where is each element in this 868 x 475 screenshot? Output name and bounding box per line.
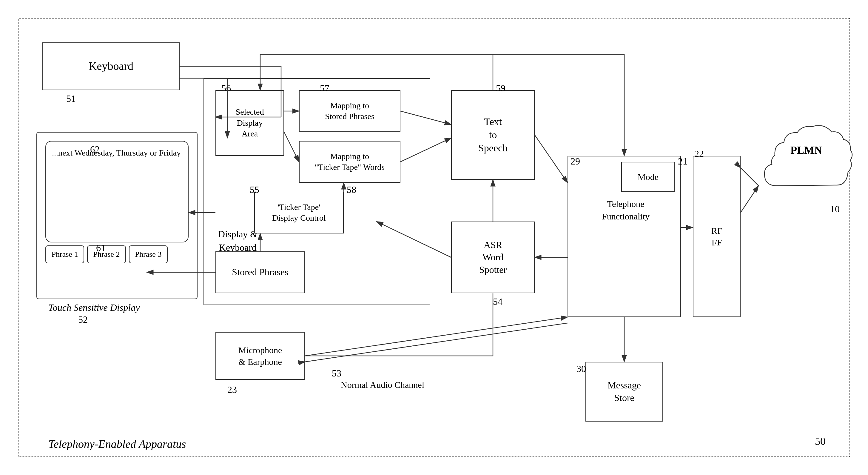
- ticker-num2: 58: [347, 184, 356, 195]
- mode-box: Mode: [621, 162, 675, 192]
- asr-box: ASR Word Spotter: [451, 221, 535, 293]
- plmn-num: 10: [830, 204, 840, 215]
- keyboard-num: 51: [66, 93, 76, 104]
- rf-box: RF I/F: [693, 156, 741, 317]
- svg-line-28: [305, 323, 567, 362]
- rf-num: 22: [694, 148, 704, 159]
- asr-num: 54: [493, 296, 502, 307]
- phrase1-btn: Phrase 1: [45, 245, 84, 263]
- svg-line-18: [741, 168, 758, 186]
- normal-audio-label: Normal Audio Channel: [341, 380, 424, 390]
- touch-display-label: Touch Sensitive Display: [48, 302, 140, 313]
- mapping-ticker-box: Mapping to "Ticker Tape" Words: [299, 141, 400, 183]
- telephone-num: 29: [570, 156, 580, 167]
- mapping-stored-num: 57: [320, 83, 330, 94]
- svg-line-13: [535, 135, 567, 183]
- mapping-stored-box: Mapping to Stored Phrases: [299, 90, 400, 132]
- message-store-box: Message Store: [585, 362, 663, 421]
- message-num: 30: [577, 363, 586, 375]
- phrase2-btn: Phrase 2: [87, 245, 126, 263]
- mode-num: 21: [678, 156, 687, 167]
- text-speech-num: 59: [496, 83, 505, 94]
- ticker-num: 55: [250, 184, 259, 195]
- phrase-buttons: Phrase 1 Phrase 2 Phrase 3: [45, 245, 168, 263]
- phrase3-btn: Phrase 3: [129, 245, 168, 263]
- stored-phrases-box: Stored Phrases: [215, 251, 305, 293]
- keyboard-box: Keyboard: [42, 42, 180, 90]
- text-speech-box: Text to Speech: [451, 90, 535, 180]
- microphone-box: Microphone & Earphone: [215, 332, 305, 380]
- svg-line-27: [305, 317, 567, 356]
- diagram-container: Telephony-Enabled Apparatus 50 Keyboard …: [18, 18, 850, 457]
- microphone-num: 23: [227, 384, 237, 395]
- touch-display-inner: ...next Wednesday, Thursday or Friday: [45, 141, 189, 242]
- touch-display-num: 52: [78, 314, 88, 325]
- telephone-label: Telephone Functionality: [572, 198, 679, 223]
- label-50: 50: [815, 435, 826, 448]
- svg-line-17: [741, 186, 758, 213]
- display-num-62: 62: [90, 144, 100, 155]
- audio-num: 53: [332, 368, 341, 379]
- selected-num: 56: [221, 83, 231, 94]
- phrases-num: 61: [96, 242, 105, 254]
- ticker-control-box: 'Ticker Tape' Display Control: [254, 192, 344, 234]
- telephony-label: Telephony-Enabled Apparatus: [48, 437, 186, 450]
- selected-display-box: Selected Display Area: [215, 90, 284, 156]
- plmn-cloud: PLMN: [758, 120, 854, 204]
